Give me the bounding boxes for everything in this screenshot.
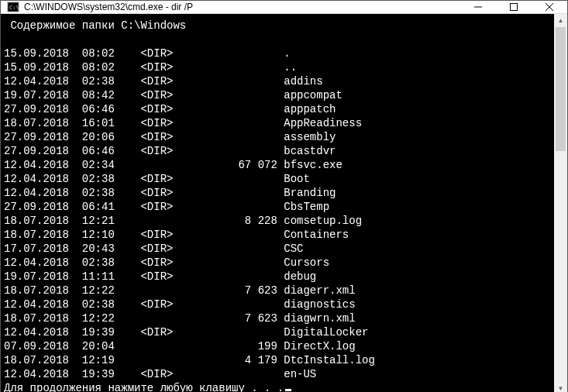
window-controls — [460, 1, 567, 13]
close-button[interactable] — [532, 1, 567, 13]
prompt-line: Для продолжения нажмите любую клавишу . … — [4, 381, 554, 392]
listing-row: 27.09.2018 06:46 <DIR> apppatch — [4, 102, 554, 116]
listing-row: 18.07.2018 12:21 8 228 comsetup.log — [4, 214, 554, 228]
listing-row: 12.04.2018 02:38 <DIR> Branding — [4, 186, 554, 200]
cursor — [285, 389, 291, 391]
header-line: Содержимое папки C:\Windows — [4, 19, 554, 33]
listing-row: 12.04.2018 02:38 <DIR> Boot — [4, 172, 554, 186]
listing-row: 12.04.2018 19:39 <DIR> en-US — [4, 367, 554, 381]
listing-row: 27.09.2018 20:06 <DIR> assembly — [4, 130, 554, 144]
listing-row: 15.09.2018 08:02 <DIR> .. — [4, 60, 554, 74]
maximize-button[interactable] — [496, 1, 532, 13]
titlebar: C:\ C:\WINDOWS\system32\cmd.exe - dir /P — [1, 1, 567, 14]
listing-row: 12.04.2018 02:38 <DIR> Cursors — [4, 256, 554, 270]
listing-row: 12.04.2018 02:38 <DIR> addins — [4, 74, 554, 88]
content-area: Содержимое папки C:\Windows 15.09.2018 0… — [1, 14, 567, 392]
listing-row: 18.07.2018 12:22 7 623 diagerr.xml — [4, 284, 554, 297]
svg-text:C:\: C:\ — [9, 5, 19, 11]
listing-row: 18.07.2018 12:22 7 623 diagwrn.xml — [4, 311, 554, 325]
scroll-down-button[interactable]: ▼ — [554, 382, 567, 392]
listing-row: 27.09.2018 06:41 <DIR> CbsTemp — [4, 200, 554, 214]
listing-row: 18.07.2018 12:19 4 179 DtcInstall.log — [4, 353, 554, 367]
scroll-thumb[interactable] — [556, 27, 566, 151]
listing-row: 27.09.2018 06:46 <DIR> bcastdvr — [4, 144, 554, 158]
cmd-window: C:\ C:\WINDOWS\system32\cmd.exe - dir /P… — [0, 0, 568, 392]
listing-row: 12.04.2018 19:39 <DIR> DigitalLocker — [4, 325, 554, 339]
listing-row: 12.04.2018 02:38 <DIR> diagnostics — [4, 297, 554, 311]
blank-line — [4, 33, 554, 46]
listing-row: 18.07.2018 12:10 <DIR> Containers — [4, 228, 554, 242]
listing-row: 19.07.2018 11:11 <DIR> debug — [4, 270, 554, 284]
scroll-track[interactable] — [554, 27, 567, 382]
listing-row: 07.09.2018 20:04 199 DirectX.log — [4, 339, 554, 353]
listing-row: 17.07.2018 20:43 <DIR> CSC — [4, 242, 554, 256]
listing-row: 15.09.2018 08:02 <DIR> . — [4, 46, 554, 60]
minimize-button[interactable] — [460, 1, 496, 13]
terminal[interactable]: Содержимое папки C:\Windows 15.09.2018 0… — [1, 14, 554, 392]
listing-row: 12.04.2018 02:34 67 072 bfsvc.exe — [4, 158, 554, 172]
scroll-up-button[interactable]: ▲ — [554, 14, 567, 27]
cmd-icon: C:\ — [7, 1, 19, 13]
scrollbar[interactable]: ▲ ▼ — [554, 14, 567, 392]
listing-row: 18.07.2018 16:01 <DIR> AppReadiness — [4, 116, 554, 130]
window-title: C:\WINDOWS\system32\cmd.exe - dir /P — [24, 2, 460, 12]
svg-rect-3 — [511, 4, 518, 11]
listing-row: 19.07.2018 08:42 <DIR> appcompat — [4, 88, 554, 102]
